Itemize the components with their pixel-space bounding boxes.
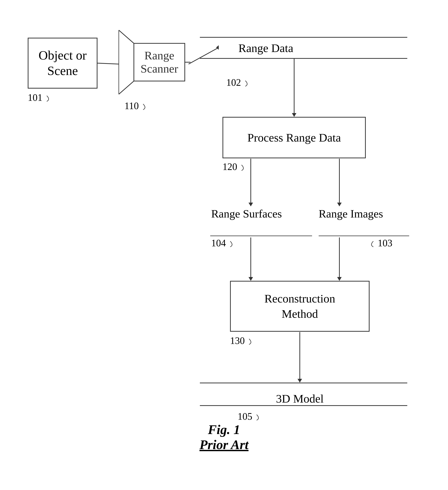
svg-marker-8 <box>337 203 342 206</box>
label-120: 120 <box>223 161 251 172</box>
label-103: 103 <box>364 237 392 249</box>
svg-line-17 <box>119 81 134 94</box>
svg-line-16 <box>119 30 134 43</box>
range-data-label: Range Data <box>219 42 313 55</box>
label-101: 101 <box>28 92 56 103</box>
reconstruction-method-label: ReconstructionMethod <box>264 291 335 321</box>
range-images-label: Range Images <box>319 207 390 220</box>
range-surfaces-label: Range Surfaces <box>211 207 290 220</box>
label-105: 105 <box>238 411 266 422</box>
range-data-bottom-line <box>200 58 407 59</box>
svg-marker-10 <box>249 277 253 281</box>
fig-title: Fig. 1 <box>199 422 249 437</box>
figure-caption: Fig. 1 Prior Art <box>199 422 249 452</box>
range-data-top-line <box>200 37 407 38</box>
svg-marker-12 <box>337 277 342 281</box>
label-104: 104 <box>211 237 240 249</box>
label-102: 102 <box>226 77 255 88</box>
3d-model-top-line <box>200 383 407 383</box>
svg-text:Range: Range <box>144 49 174 62</box>
range-scanner-svg: Range Scanner <box>111 28 190 100</box>
svg-line-1 <box>188 47 219 64</box>
process-range-data-label: Process Range Data <box>247 131 341 145</box>
reconstruction-method-box: ReconstructionMethod <box>230 281 369 332</box>
svg-text:Scanner: Scanner <box>141 62 178 75</box>
diagram-container: Object or Scene Range Scanner Range Data… <box>11 11 436 445</box>
svg-marker-14 <box>297 379 302 383</box>
object-or-scene-label: Object or Scene <box>28 48 97 79</box>
range-surfaces-top-line <box>210 236 312 236</box>
process-range-data-box: Process Range Data <box>223 117 366 158</box>
prior-art-label: Prior Art <box>199 437 249 452</box>
label-130: 130 <box>230 335 259 346</box>
3d-model-label: 3D Model <box>262 392 338 405</box>
object-or-scene-box: Object or Scene <box>28 38 98 88</box>
svg-marker-6 <box>249 203 253 206</box>
svg-marker-4 <box>292 113 296 117</box>
range-images-top-line <box>319 236 409 236</box>
label-110: 110 <box>125 100 152 111</box>
